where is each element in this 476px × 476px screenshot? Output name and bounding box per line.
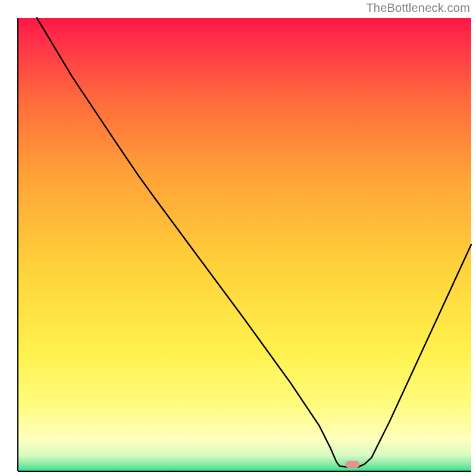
chart-container: TheBottleneck.com [0, 0, 476, 476]
attribution-text: TheBottleneck.com [366, 1, 470, 15]
plot-background [18, 18, 471, 471]
bottleneck-curve-chart [0, 0, 476, 476]
optimum-marker [345, 461, 359, 468]
